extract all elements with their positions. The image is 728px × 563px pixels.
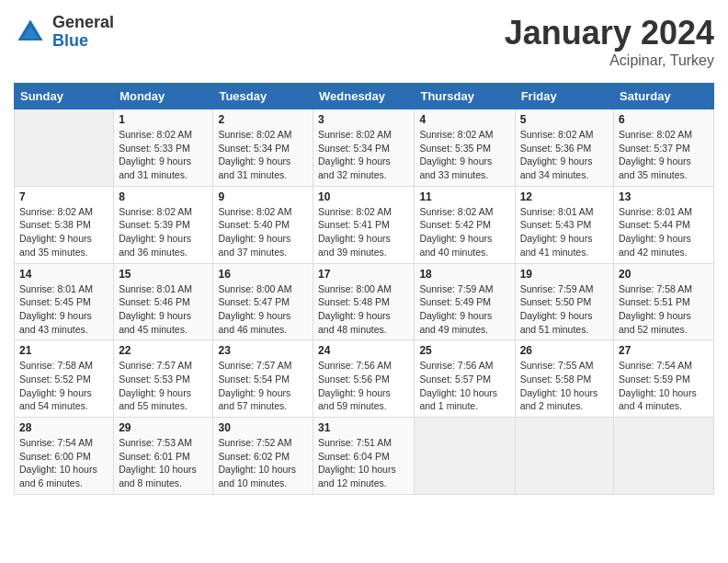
logo: General Blue: [14, 14, 114, 51]
day-number: 30: [218, 421, 308, 434]
day-number: 14: [19, 268, 108, 281]
calendar-cell: 25Sunrise: 7:56 AMSunset: 5:57 PMDayligh…: [415, 340, 515, 418]
day-number: 29: [119, 421, 208, 434]
day-info: Sunrise: 8:02 AMSunset: 5:37 PMDaylight:…: [619, 128, 709, 182]
calendar-cell: 28Sunrise: 7:54 AMSunset: 6:00 PMDayligh…: [15, 418, 114, 495]
day-info: Sunrise: 8:00 AMSunset: 5:47 PMDaylight:…: [218, 282, 308, 337]
day-info: Sunrise: 8:02 AMSunset: 5:34 PMDaylight:…: [218, 128, 308, 182]
calendar-cell: 15Sunrise: 8:01 AMSunset: 5:46 PMDayligh…: [114, 263, 213, 340]
day-number: 24: [318, 344, 409, 357]
calendar-week-5: 28Sunrise: 7:54 AMSunset: 6:00 PMDayligh…: [15, 418, 714, 495]
calendar-cell: 29Sunrise: 7:53 AMSunset: 6:01 PMDayligh…: [114, 418, 213, 495]
calendar-cell: 5Sunrise: 8:02 AMSunset: 5:36 PMDaylight…: [515, 109, 613, 187]
calendar-body: 1Sunrise: 8:02 AMSunset: 5:33 PMDaylight…: [15, 109, 714, 495]
calendar-cell: 4Sunrise: 8:02 AMSunset: 5:35 PMDaylight…: [415, 109, 515, 187]
calendar-cell: 11Sunrise: 8:02 AMSunset: 5:42 PMDayligh…: [415, 186, 515, 263]
calendar-cell: 8Sunrise: 8:02 AMSunset: 5:39 PMDaylight…: [114, 186, 213, 263]
calendar-cell: 2Sunrise: 8:02 AMSunset: 5:34 PMDaylight…: [213, 109, 313, 187]
day-number: 21: [19, 344, 108, 357]
weekday-header-thursday: Thursday: [415, 84, 515, 109]
calendar-cell: 27Sunrise: 7:54 AMSunset: 5:59 PMDayligh…: [614, 340, 714, 418]
weekday-header-wednesday: Wednesday: [313, 84, 415, 109]
day-number: 19: [520, 268, 609, 281]
day-number: 18: [419, 268, 509, 281]
logo-blue: Blue: [52, 32, 114, 51]
day-info: Sunrise: 7:59 AMSunset: 5:50 PMDaylight:…: [520, 282, 609, 337]
day-info: Sunrise: 7:54 AMSunset: 5:59 PMDaylight:…: [619, 359, 709, 413]
day-number: 16: [218, 268, 308, 281]
calendar-cell: 14Sunrise: 8:01 AMSunset: 5:45 PMDayligh…: [15, 263, 114, 340]
day-info: Sunrise: 8:02 AMSunset: 5:40 PMDaylight:…: [218, 205, 308, 259]
calendar-cell: 21Sunrise: 7:58 AMSunset: 5:52 PMDayligh…: [15, 340, 114, 418]
day-number: 2: [218, 113, 308, 126]
day-info: Sunrise: 7:58 AMSunset: 5:51 PMDaylight:…: [619, 282, 709, 337]
calendar-week-2: 7Sunrise: 8:02 AMSunset: 5:38 PMDaylight…: [15, 186, 714, 263]
calendar-table: SundayMondayTuesdayWednesdayThursdayFrid…: [14, 83, 714, 495]
calendar-cell: 13Sunrise: 8:01 AMSunset: 5:44 PMDayligh…: [614, 186, 714, 263]
day-info: Sunrise: 7:54 AMSunset: 6:00 PMDaylight:…: [19, 436, 108, 490]
calendar-cell: 7Sunrise: 8:02 AMSunset: 5:38 PMDaylight…: [15, 186, 114, 263]
calendar-cell: 18Sunrise: 7:59 AMSunset: 5:49 PMDayligh…: [415, 263, 515, 340]
calendar-cell: 19Sunrise: 7:59 AMSunset: 5:50 PMDayligh…: [515, 263, 613, 340]
day-info: Sunrise: 7:53 AMSunset: 6:01 PMDaylight:…: [119, 436, 208, 490]
calendar-cell: 26Sunrise: 7:55 AMSunset: 5:58 PMDayligh…: [515, 340, 613, 418]
day-info: Sunrise: 7:55 AMSunset: 5:58 PMDaylight:…: [520, 359, 609, 413]
title-block: January 2024 Acipinar, Turkey: [505, 14, 714, 69]
day-info: Sunrise: 8:01 AMSunset: 5:44 PMDaylight:…: [619, 205, 709, 259]
day-info: Sunrise: 7:56 AMSunset: 5:56 PMDaylight:…: [318, 359, 409, 413]
day-info: Sunrise: 7:56 AMSunset: 5:57 PMDaylight:…: [419, 359, 509, 413]
calendar-cell: 22Sunrise: 7:57 AMSunset: 5:53 PMDayligh…: [114, 340, 213, 418]
day-number: 27: [619, 344, 709, 357]
day-info: Sunrise: 7:59 AMSunset: 5:49 PMDaylight:…: [419, 282, 509, 337]
logo-general: General: [52, 14, 114, 32]
day-number: 6: [619, 113, 709, 126]
day-number: 22: [119, 344, 208, 357]
day-info: Sunrise: 8:02 AMSunset: 5:39 PMDaylight:…: [119, 205, 208, 259]
calendar-cell: 10Sunrise: 8:02 AMSunset: 5:41 PMDayligh…: [313, 186, 415, 263]
month-title: January 2024: [505, 14, 714, 52]
day-number: 28: [19, 421, 108, 434]
weekday-header-saturday: Saturday: [614, 84, 714, 109]
day-number: 5: [520, 113, 609, 126]
day-number: 31: [318, 421, 409, 434]
calendar-cell: 9Sunrise: 8:02 AMSunset: 5:40 PMDaylight…: [213, 186, 313, 263]
day-number: 4: [419, 113, 509, 126]
calendar-header: SundayMondayTuesdayWednesdayThursdayFrid…: [15, 84, 714, 109]
calendar-cell: 3Sunrise: 8:02 AMSunset: 5:34 PMDaylight…: [313, 109, 415, 187]
day-info: Sunrise: 8:02 AMSunset: 5:34 PMDaylight:…: [318, 128, 409, 182]
day-number: 12: [520, 190, 609, 203]
calendar-cell: 1Sunrise: 8:02 AMSunset: 5:33 PMDaylight…: [114, 109, 213, 187]
day-number: 15: [119, 268, 208, 281]
weekday-header-friday: Friday: [515, 84, 613, 109]
day-number: 20: [619, 268, 709, 281]
day-number: 3: [318, 113, 409, 126]
day-info: Sunrise: 8:00 AMSunset: 5:48 PMDaylight:…: [318, 282, 409, 337]
day-number: 1: [119, 113, 208, 126]
day-number: 11: [419, 190, 509, 203]
day-info: Sunrise: 8:02 AMSunset: 5:33 PMDaylight:…: [119, 128, 208, 182]
weekday-header-monday: Monday: [114, 84, 213, 109]
logo-icon: [14, 16, 47, 49]
calendar-cell: 20Sunrise: 7:58 AMSunset: 5:51 PMDayligh…: [614, 263, 714, 340]
calendar-cell: 12Sunrise: 8:01 AMSunset: 5:43 PMDayligh…: [515, 186, 613, 263]
day-number: 9: [218, 190, 308, 203]
calendar-cell: [614, 418, 714, 495]
calendar-cell: [15, 109, 114, 187]
logo-text: General Blue: [52, 14, 114, 51]
day-info: Sunrise: 8:01 AMSunset: 5:43 PMDaylight:…: [520, 205, 609, 259]
day-info: Sunrise: 8:02 AMSunset: 5:42 PMDaylight:…: [419, 205, 509, 259]
day-number: 17: [318, 268, 409, 281]
weekday-row: SundayMondayTuesdayWednesdayThursdayFrid…: [15, 84, 714, 109]
calendar-week-3: 14Sunrise: 8:01 AMSunset: 5:45 PMDayligh…: [15, 263, 714, 340]
day-info: Sunrise: 8:02 AMSunset: 5:41 PMDaylight:…: [318, 205, 409, 259]
calendar-cell: 24Sunrise: 7:56 AMSunset: 5:56 PMDayligh…: [313, 340, 415, 418]
day-number: 7: [19, 190, 108, 203]
calendar-week-4: 21Sunrise: 7:58 AMSunset: 5:52 PMDayligh…: [15, 340, 714, 418]
day-info: Sunrise: 7:58 AMSunset: 5:52 PMDaylight:…: [19, 359, 108, 413]
weekday-header-sunday: Sunday: [15, 84, 114, 109]
day-info: Sunrise: 7:57 AMSunset: 5:54 PMDaylight:…: [218, 359, 308, 413]
day-info: Sunrise: 8:01 AMSunset: 5:45 PMDaylight:…: [19, 282, 108, 337]
calendar-cell: 23Sunrise: 7:57 AMSunset: 5:54 PMDayligh…: [213, 340, 313, 418]
day-info: Sunrise: 8:02 AMSunset: 5:35 PMDaylight:…: [419, 128, 509, 182]
day-info: Sunrise: 8:02 AMSunset: 5:36 PMDaylight:…: [520, 128, 609, 182]
